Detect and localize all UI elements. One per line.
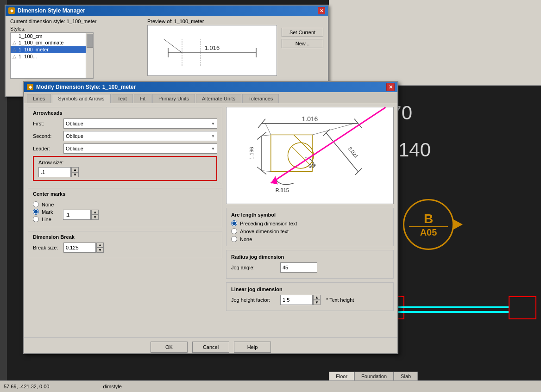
floor-tab-slab[interactable]: Slab	[394, 372, 418, 380]
radius-jog-section: Radius jog dimension Jog angle:	[226, 250, 394, 279]
floor-tabs-bar: Floor Foundation Slab	[329, 372, 418, 380]
first-dropdown-value: Oblique	[66, 121, 83, 126]
break-size-up-button[interactable]: ▲	[96, 243, 104, 248]
arc-above-row: Above dimension text	[231, 228, 389, 234]
mds-left-panel: Arrowheads First: Oblique ▼ Second: Obli…	[28, 107, 222, 334]
center-marks-mark-radio[interactable]	[33, 209, 39, 215]
tab-text[interactable]: Text	[112, 94, 133, 103]
floor-tab-foundation[interactable]: Foundation	[354, 372, 394, 380]
mds-preview-drawing: 1.016 1.196	[226, 107, 394, 204]
coordinates-display: 57.69, -421.32, 0.00	[4, 384, 49, 389]
svg-line-29	[265, 124, 271, 135]
dsm-close-button[interactable]: ✕	[318, 7, 325, 14]
tab-lines[interactable]: Lines	[27, 94, 51, 103]
help-button[interactable]: Help	[234, 342, 271, 353]
jog-height-up-button[interactable]: ▲	[313, 295, 321, 300]
first-label: First:	[33, 121, 61, 126]
mds-title: Modify Dimension Style: 1_100_meter	[36, 84, 136, 90]
svg-text:1.016: 1.016	[302, 115, 318, 123]
dsm-style-item-0[interactable]: 1_100_cm	[11, 33, 93, 39]
break-size-row: Break size: ▲ ▼	[33, 243, 217, 253]
center-marks-down-button[interactable]: ▼	[91, 215, 99, 220]
svg-text:1.016: 1.016	[205, 44, 220, 51]
first-dropdown[interactable]: Oblique ▼	[63, 118, 217, 129]
arc-none-row: None	[231, 236, 389, 242]
center-marks-section: Center marks None Mark Line	[28, 188, 222, 227]
cad-cyan-line-2	[380, 311, 509, 313]
section-bottom-code: A05	[420, 227, 437, 238]
tab-alternate-units[interactable]: Alternate Units	[196, 94, 241, 103]
svg-line-12	[294, 135, 312, 153]
arc-preceding-radio[interactable]	[231, 220, 237, 226]
arrow-size-input[interactable]	[38, 167, 71, 177]
second-arrowhead-row: Second: Oblique ▼	[33, 131, 217, 141]
cancel-button[interactable]: Cancel	[192, 342, 229, 353]
tab-symbols-arrows[interactable]: Symbols and Arrows	[52, 94, 110, 103]
dsm-titlebar: ◆ Dimension Style Manager ✕	[6, 6, 328, 16]
radius-jog-title: Radius jog dimension	[231, 254, 389, 260]
jog-angle-label: Jog angle:	[231, 265, 277, 270]
center-marks-input[interactable]	[63, 210, 91, 220]
break-size-input[interactable]	[63, 243, 96, 253]
text-height-label: * Text height	[326, 297, 354, 303]
dsm-style-item-3[interactable]: △ 1_100...	[11, 53, 93, 60]
jog-height-down-button[interactable]: ▼	[313, 300, 321, 305]
dsm-preview-box: 1.016	[147, 25, 277, 76]
dsm-style-item-1[interactable]: △ 1_100_cm_ordinate	[11, 39, 93, 46]
dsm-style-item-2[interactable]: △ 1_100_meter	[11, 46, 93, 53]
center-marks-none-row: None	[33, 201, 54, 207]
dimension-break-title: Dimension Break	[33, 234, 217, 240]
center-marks-mark-label: Mark	[42, 209, 53, 215]
dsm-listbox-scrollbar[interactable]	[86, 33, 93, 78]
leader-dropdown[interactable]: Oblique ▼	[63, 143, 217, 154]
center-marks-none-label: None	[42, 202, 54, 207]
floor-tab-floor[interactable]: Floor	[329, 372, 354, 380]
dsm-scroll-thumb	[87, 34, 93, 48]
tab-tolerances[interactable]: Tolerances	[242, 94, 279, 103]
svg-text:1.196: 1.196	[249, 147, 254, 159]
leader-dropdown-value: Oblique	[66, 146, 83, 151]
jog-angle-row: Jog angle:	[231, 262, 389, 273]
set-current-button[interactable]: Set Current	[282, 28, 323, 37]
mds-titlebar: ◆ Modify Dimension Style: 1_100_meter ✕	[24, 82, 397, 92]
jog-height-row: Jog height factor: ▲ ▼ * Text height	[231, 295, 389, 305]
center-marks-line-row: Line	[33, 216, 54, 222]
cad-number-140: 140	[398, 139, 431, 161]
break-size-down-button[interactable]: ▼	[96, 248, 104, 253]
tab-fit[interactable]: Fit	[134, 94, 151, 103]
style-icon-3: △	[13, 54, 17, 60]
mds-body: Arrowheads First: Oblique ▼ Second: Obli…	[24, 103, 397, 337]
modify-dimension-style-dialog: ◆ Modify Dimension Style: 1_100_meter ✕ …	[23, 81, 398, 354]
second-dropdown[interactable]: Oblique ▼	[63, 131, 217, 141]
center-marks-line-radio[interactable]	[33, 216, 39, 222]
arrow-size-down-button[interactable]: ▼	[71, 172, 79, 177]
leader-label: Leader:	[33, 146, 61, 151]
dsm-styles-label: Styles:	[10, 26, 143, 31]
dsm-styles-listbox[interactable]: 1_100_cm △ 1_100_cm_ordinate △ 1_100_met…	[10, 32, 94, 79]
arrow-size-label: Arrow size:	[38, 160, 212, 165]
jog-height-input[interactable]	[280, 295, 313, 305]
dsm-body: Current dimension style: 1_100_meter Sty…	[6, 16, 328, 81]
dsm-action-buttons: Set Current New...	[282, 19, 323, 79]
mds-close-button[interactable]: ✕	[386, 83, 395, 91]
arc-length-section: Arc length symbol Preceding dimension te…	[226, 208, 394, 246]
center-marks-up-button[interactable]: ▲	[91, 210, 99, 215]
break-size-label: Break size:	[33, 245, 61, 250]
arc-above-radio[interactable]	[231, 228, 237, 234]
arc-length-title: Arc length symbol	[231, 212, 389, 218]
tab-primary-units[interactable]: Primary Units	[152, 94, 195, 103]
arrow-size-up-button[interactable]: ▲	[71, 167, 79, 172]
center-marks-line-label: Line	[42, 217, 51, 222]
center-marks-none-radio[interactable]	[33, 201, 39, 207]
jog-angle-input[interactable]	[280, 262, 317, 273]
first-arrowhead-row: First: Oblique ▼	[33, 118, 217, 129]
svg-rect-11	[271, 135, 312, 171]
center-marks-title: Center marks	[33, 191, 217, 197]
arrow-size-box: Arrow size: ▲ ▼	[33, 156, 217, 181]
ok-button[interactable]: OK	[151, 342, 188, 353]
new-button[interactable]: New...	[282, 39, 323, 48]
ribbon: Type a keyword or phrase Online Express …	[329, 0, 541, 86]
dsm-title-icon: ◆	[8, 7, 15, 14]
arc-none-radio[interactable]	[231, 236, 237, 242]
style-name-1: 1_100_cm_ordinate	[19, 40, 63, 45]
